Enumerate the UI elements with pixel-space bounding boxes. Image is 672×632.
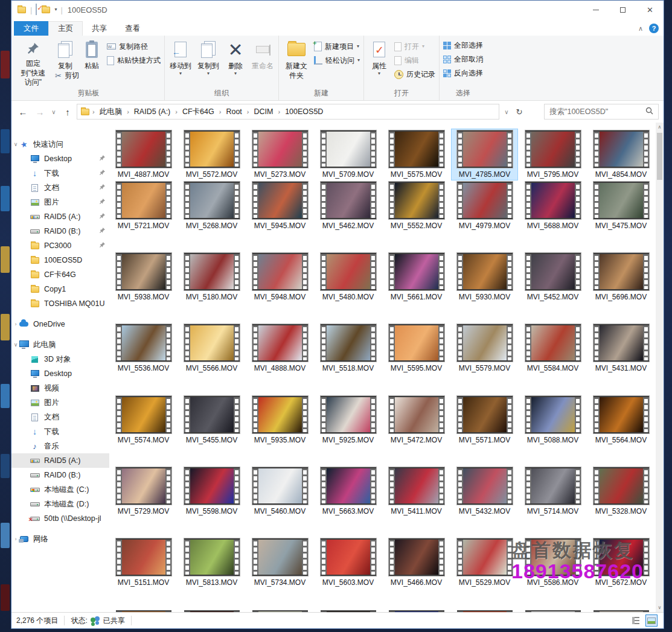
file-item[interactable]: MVI_4979.MOV (452, 180, 517, 231)
move-to-button[interactable]: ← 移动到▾ (167, 37, 194, 88)
properties-button[interactable]: 属性▾ (366, 37, 392, 88)
file-item[interactable]: MVI_5475.MOV (588, 180, 654, 231)
sidebar-item-raid0-b-[interactable]: RAID0 (B:) (11, 468, 109, 482)
file-item[interactable]: MVI_5714.MOV (520, 466, 586, 517)
open-button[interactable]: 打开▾ (392, 40, 437, 53)
file-item-partial[interactable] (452, 609, 517, 612)
sidebar-item-本地磁盘-c-[interactable]: 本地磁盘 (C:) (11, 482, 109, 497)
select-none-button[interactable]: 全部取消 (441, 53, 485, 65)
sidebar-item-toshiba-mq01u[interactable]: TOSHIBA MQ01U (11, 296, 109, 311)
file-item[interactable]: MVI_5529.MOV (452, 537, 517, 588)
thumbnails-view-button[interactable] (645, 614, 658, 627)
file-item[interactable]: MVI_5472.MOV (383, 395, 449, 445)
sidebar-item-文档[interactable]: 文档 (11, 180, 109, 195)
expander-icon[interactable]: › (13, 321, 19, 327)
file-item-partial[interactable] (383, 609, 449, 612)
rename-button[interactable]: 重命名 (249, 37, 277, 88)
sidebar-item-raid5-a-[interactable]: RAID5 (A:) (11, 453, 109, 468)
help-icon[interactable]: ? (649, 24, 659, 33)
scroll-up-icon[interactable]: ∧ (656, 123, 664, 132)
file-item[interactable]: MVI_5180.MOV (179, 252, 245, 302)
file-item[interactable]: MVI_4887.MOV (110, 129, 176, 180)
forward-icon[interactable]: → (32, 104, 48, 119)
file-item[interactable]: MVI_5729.MOV (110, 466, 176, 517)
file-item[interactable]: MVI_5598.MOV (179, 466, 245, 517)
file-item[interactable]: MVI_5466.MOV (383, 537, 449, 588)
file-item[interactable]: MVI_5948.MOV (247, 252, 313, 302)
file-item[interactable]: MVI_5586.MOV (520, 537, 586, 588)
address-dropdown-icon[interactable]: ∨ (502, 104, 511, 119)
file-item[interactable]: MVI_5518.MOV (315, 323, 381, 374)
file-item[interactable]: MVI_5734.MOV (247, 537, 313, 588)
file-item[interactable]: MVI_5579.MOV (452, 323, 517, 374)
vertical-scrollbar[interactable]: ∧ ∨ (656, 123, 664, 612)
pin-to-quick-access-button[interactable]: 固定到"快速访问" (14, 37, 52, 88)
sidebar-item-pc3000[interactable]: PC3000 (11, 238, 109, 253)
paste-shortcut-button[interactable]: 粘贴快捷方式 (105, 54, 162, 66)
maximize-button[interactable] (609, 1, 636, 19)
search-icon[interactable] (645, 107, 653, 117)
breadcrumb-100eos5d[interactable]: 100EOS5D (283, 107, 325, 116)
file-item[interactable]: MVI_5813.MOV (179, 537, 245, 588)
file-item[interactable]: MVI_5574.MOV (110, 395, 176, 445)
file-item[interactable]: MVI_4785.MOV (452, 129, 517, 180)
file-item[interactable]: MVI_5661.MOV (383, 252, 449, 302)
file-item[interactable]: MVI_5571.MOV (452, 395, 517, 445)
tab-view[interactable]: 查看 (116, 21, 149, 36)
sidebar-item-本地磁盘-d-[interactable]: 本地磁盘 (D:) (11, 497, 109, 511)
sidebar-item-文档[interactable]: 文档 (11, 410, 109, 424)
file-item[interactable]: MVI_5432.MOV (452, 466, 517, 517)
expander-icon[interactable]: › (13, 536, 19, 542)
history-button[interactable]: 历史记录 (392, 68, 437, 80)
sidebar-item-desktop[interactable]: Desktop (11, 152, 109, 166)
sidebar-item-3d-对象[interactable]: 3D 对象 (11, 352, 109, 366)
file-item[interactable]: MVI_5455.MOV (179, 395, 245, 445)
file-item[interactable]: MVI_5452.MOV (520, 252, 586, 302)
file-item[interactable]: MVI_5663.MOV (315, 466, 381, 517)
breadcrumb[interactable]: › 此电脑 › RAID5 (A:) › CF卡64G › Root › DCI… (77, 104, 499, 120)
search-input[interactable]: 搜索"100EOS5D" (544, 104, 659, 120)
sidebar-item-raid0-b-[interactable]: RAID0 (B:) (11, 224, 109, 238)
file-item[interactable]: MVI_4888.MOV (247, 323, 313, 374)
file-item[interactable]: MVI_5938.MOV (110, 252, 176, 302)
file-item[interactable]: MVI_5411.MOV (383, 466, 449, 517)
history-dropdown-icon[interactable]: ∨ (49, 104, 59, 119)
details-view-button[interactable] (630, 614, 642, 627)
sidebar-item-视频[interactable]: 视频 (11, 381, 109, 395)
select-all-button[interactable]: 全部选择 (441, 39, 485, 51)
file-item[interactable]: MVI_5151.MOV (110, 537, 176, 588)
sidebar-item-100eos5d[interactable]: 100EOS5D (11, 253, 109, 267)
up-icon[interactable]: ↑ (60, 104, 75, 119)
file-item[interactable]: MVI_5688.MOV (520, 180, 586, 231)
properties-check-icon[interactable] (36, 4, 37, 15)
file-item[interactable]: MVI_5930.MOV (452, 252, 517, 302)
sidebar-item-desktop[interactable]: Desktop (11, 366, 109, 381)
refresh-icon[interactable]: ↻ (511, 104, 527, 119)
expander-icon[interactable]: ∨ (13, 342, 19, 348)
sidebar-item-onedrive[interactable]: ›OneDrive (11, 317, 109, 331)
file-item[interactable]: MVI_5273.MOV (247, 129, 313, 180)
sidebar-item-网络[interactable]: ›网络 (11, 532, 109, 546)
file-item[interactable]: MVI_5268.MOV (179, 180, 245, 231)
sidebar-item-快速访问[interactable]: ∨★快速访问 (11, 137, 109, 152)
file-item[interactable]: MVI_5552.MOV (383, 180, 449, 231)
file-item[interactable]: MVI_5566.MOV (179, 323, 245, 374)
file-item[interactable]: MVI_4854.MOV (588, 129, 654, 180)
easy-access-button[interactable]: 轻松访问▾ (312, 54, 362, 66)
cut-button[interactable]: ✂ 剪切 (53, 69, 162, 81)
expander-icon[interactable]: ∨ (13, 141, 19, 147)
breadcrumb-raid5[interactable]: RAID5 (A:) (132, 107, 173, 116)
qat-dropdown-icon[interactable]: ▾ (54, 7, 57, 12)
sidebar-item-图片[interactable]: 图片 (11, 395, 109, 410)
file-item[interactable]: MVI_5480.MOV (315, 252, 381, 302)
file-item[interactable]: MVI_5575.MOV (383, 129, 449, 180)
sidebar-item-cf卡64g[interactable]: CF卡64G (11, 267, 109, 282)
sidebar-item-50tb-desktop-jl[interactable]: ✕50tb (\\Desktop-jl (11, 511, 109, 526)
file-item[interactable]: MVI_5603.MOV (315, 537, 381, 588)
tab-share[interactable]: 共享 (83, 21, 116, 36)
file-item[interactable]: MVI_5935.MOV (247, 395, 313, 445)
close-button[interactable]: ✕ (636, 1, 664, 19)
copy-path-button[interactable]: W... 复制路径 (105, 40, 162, 53)
scrollbar-thumb[interactable] (657, 133, 662, 180)
new-item-button[interactable]: 新建项目▾ (312, 40, 362, 53)
